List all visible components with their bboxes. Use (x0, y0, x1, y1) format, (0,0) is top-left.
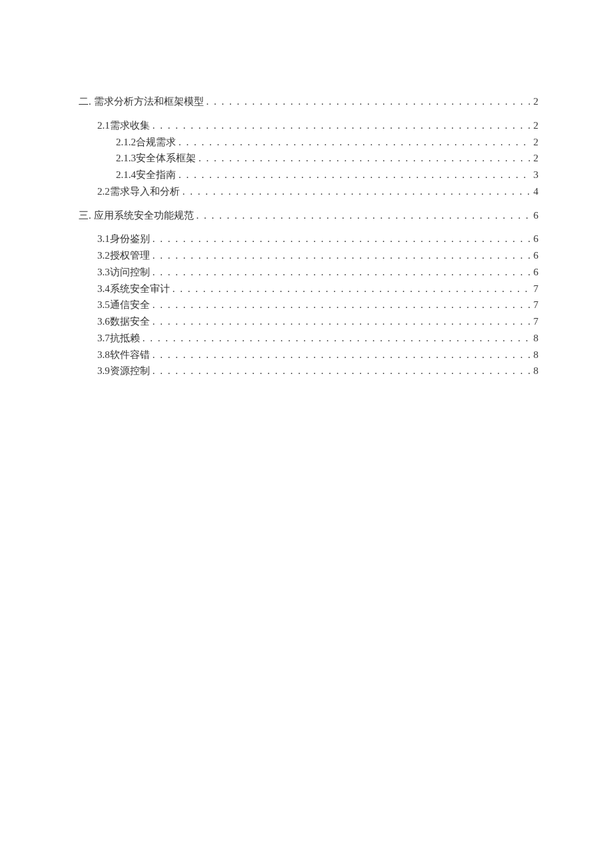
toc-entry[interactable]: 3.4系统安全审计7 (79, 281, 538, 297)
toc-leader (176, 167, 530, 183)
toc-entry-page: 8 (530, 347, 538, 363)
toc-entry[interactable]: 3.2授权管理6 (79, 247, 538, 264)
toc-entry[interactable]: 2.1.4安全指南3 (79, 167, 538, 183)
toc-entry-page: 2 (530, 134, 538, 151)
table-of-contents: 二. 需求分析方法和框架模型22.1需求收集22.1.2合规需求22.1.3安全… (79, 93, 538, 379)
toc-entry-title: 2.1.2合规需求 (116, 134, 176, 151)
toc-entry-title: 3.3访问控制 (97, 264, 150, 281)
toc-entry[interactable]: 3.8软件容错8 (79, 347, 538, 363)
toc-entry[interactable]: 3.5通信安全7 (79, 297, 538, 313)
toc-leader (150, 363, 530, 379)
toc-entry-title: 3.2授权管理 (97, 247, 150, 264)
toc-leader (150, 347, 530, 363)
toc-leader (140, 330, 530, 347)
toc-entry-page: 3 (530, 167, 538, 183)
toc-entry[interactable]: 2.1需求收集2 (79, 117, 538, 134)
toc-entry-title: 二. 需求分析方法和框架模型 (79, 93, 204, 110)
toc-leader (176, 134, 530, 151)
toc-entry-title: 3.9资源控制 (97, 363, 150, 379)
toc-entry-page: 6 (530, 207, 538, 224)
toc-entry-title: 2.2需求导入和分析 (97, 183, 180, 200)
toc-leader (150, 313, 530, 330)
toc-leader (204, 93, 531, 110)
toc-entry-page: 2 (530, 93, 538, 110)
toc-entry-page: 6 (530, 264, 538, 281)
toc-leader (150, 264, 530, 281)
toc-entry[interactable]: 3.7抗抵赖8 (79, 330, 538, 347)
toc-section-gap (79, 110, 538, 117)
toc-entry-page: 2 (530, 117, 538, 134)
toc-entry-page: 2 (530, 150, 538, 167)
toc-entry[interactable]: 二. 需求分析方法和框架模型2 (79, 93, 538, 110)
toc-entry-title: 3.4系统安全审计 (97, 281, 170, 297)
toc-leader (150, 297, 530, 313)
toc-entry[interactable]: 2.1.2合规需求2 (79, 134, 538, 151)
toc-entry-page: 7 (530, 297, 538, 313)
toc-entry-page: 8 (530, 330, 538, 347)
toc-leader (150, 247, 530, 264)
toc-entry-title: 2.1.3安全体系框架 (116, 150, 196, 167)
toc-entry-title: 3.7抗抵赖 (97, 330, 140, 347)
toc-entry-title: 2.1.4安全指南 (116, 167, 176, 183)
toc-entry[interactable]: 3.6数据安全7 (79, 313, 538, 330)
toc-entry-title: 三. 应用系统安全功能规范 (79, 207, 194, 224)
toc-section-gap (79, 200, 538, 207)
toc-entry-page: 7 (530, 313, 538, 330)
toc-entry[interactable]: 3.9资源控制8 (79, 363, 538, 379)
toc-entry-title: 3.8软件容错 (97, 347, 150, 363)
toc-leader (180, 183, 530, 200)
toc-leader (194, 207, 531, 224)
toc-entry-title: 3.1身份鉴别 (97, 231, 150, 247)
toc-entry[interactable]: 3.1身份鉴别6 (79, 231, 538, 247)
toc-leader (170, 281, 530, 297)
toc-entry-page: 8 (530, 363, 538, 379)
toc-entry-page: 6 (530, 247, 538, 264)
toc-entry-page: 4 (530, 183, 538, 200)
toc-entry[interactable]: 3.3访问控制6 (79, 264, 538, 281)
toc-section-gap (79, 223, 538, 231)
toc-entry[interactable]: 2.2需求导入和分析4 (79, 183, 538, 200)
toc-entry[interactable]: 2.1.3安全体系框架2 (79, 150, 538, 167)
toc-entry-title: 2.1需求收集 (97, 117, 150, 134)
toc-entry-page: 6 (530, 231, 538, 247)
toc-leader (150, 117, 530, 134)
toc-leader (150, 231, 530, 247)
toc-leader (196, 150, 530, 167)
toc-entry-title: 3.5通信安全 (97, 297, 150, 313)
toc-entry-title: 3.6数据安全 (97, 313, 150, 330)
toc-entry[interactable]: 三. 应用系统安全功能规范6 (79, 207, 538, 224)
toc-entry-page: 7 (530, 281, 538, 297)
